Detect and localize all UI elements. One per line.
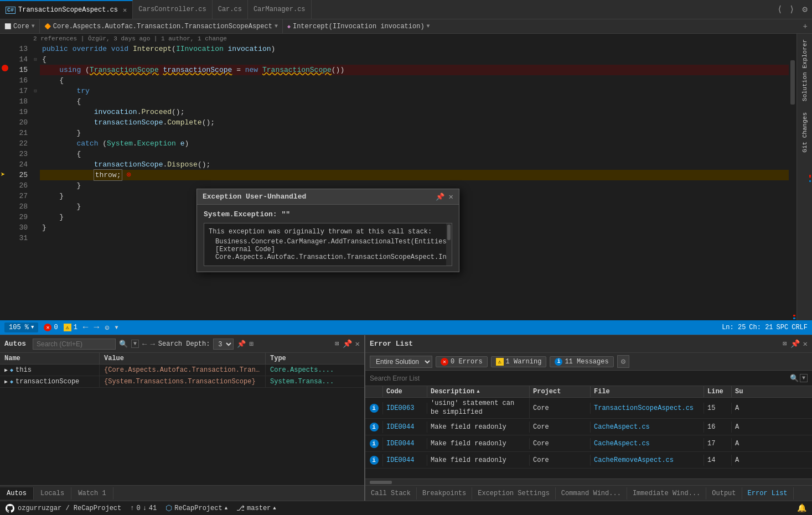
expand-icon[interactable]: ⊞ [249, 340, 254, 348]
tab-car[interactable]: Car.cs [213, 0, 248, 19]
info-icon-1: i [370, 423, 379, 431]
github-repo-link[interactable]: ozgurruzgar / ReCapProject [6, 504, 121, 513]
notification-bell[interactable]: 🔔 [797, 503, 806, 513]
push-pull-info[interactable]: ↑ 0 ↓ 41 [130, 504, 157, 512]
tab-locals[interactable]: Locals [34, 487, 71, 500]
error-row-3[interactable]: i IDE0044 Make field readonly Core Cache… [365, 452, 812, 469]
etd-file-3[interactable]: CacheRemoveAspect.cs [591, 455, 704, 466]
errors-filter-btn[interactable]: ✕ 0 Errors [436, 356, 488, 367]
eth-icon [365, 386, 383, 397]
etd-file-0[interactable]: TransactionScopeAspect.cs [591, 403, 704, 414]
breadcrumb-project[interactable]: ⬜ Core ▼ [0, 19, 40, 33]
autos-row-0[interactable]: ▶ ◆ this {Core.Aspects.Autofac.Transacti… [0, 365, 364, 376]
error-list-close[interactable]: ✕ [803, 339, 808, 348]
zoom-dropdown-icon: ▼ [31, 325, 34, 330]
autos-row-1[interactable]: ▶ ◆ transactionScope {System.Transaction… [0, 376, 364, 388]
tab-carmanager[interactable]: CarManager.cs [248, 0, 312, 19]
search-depth-select[interactable]: 3 [213, 339, 234, 350]
branch-icon: ⎇ [236, 504, 245, 513]
build-filter-btn[interactable]: ⚙ [617, 355, 629, 368]
nav-back-btn[interactable]: ← [83, 322, 89, 332]
nav-forward-btn[interactable]: → [94, 322, 99, 332]
tab-breakpoints[interactable]: Breakpoints [417, 487, 472, 500]
exception-pin-btn[interactable]: 📌 [436, 193, 444, 201]
tab-callstack[interactable]: Call Stack [365, 487, 417, 500]
warnings-filter-btn[interactable]: ⚠ 1 Warning [491, 356, 547, 367]
etd-code-1[interactable]: IDE0044 [383, 422, 427, 433]
eth-description[interactable]: Description ▲ [427, 386, 530, 397]
breakpoint-dropdown-icon[interactable]: ▼ [115, 325, 118, 331]
error-list-pin[interactable]: 📌 [790, 339, 800, 348]
branch-info[interactable]: ⎇ master ▲ [236, 504, 276, 513]
tab-close-transactionscope[interactable]: ✕ [123, 6, 127, 14]
expand-editor-btn[interactable]: + [799, 22, 812, 31]
breakpoint-icon[interactable]: ⊙ [105, 323, 109, 332]
tab-immediate-window[interactable]: Immediate Wind... [627, 487, 706, 500]
eth-code[interactable]: Code [383, 386, 427, 397]
tab-exception-settings[interactable]: Exception Settings [472, 487, 556, 500]
error-search-icon[interactable]: 🔍 [790, 374, 799, 383]
error-search-input[interactable] [370, 374, 790, 382]
autos-search-input[interactable] [33, 339, 116, 350]
solution-icon: ⬡ [165, 503, 172, 513]
collapse-gutter: ⊟ ⊟ [31, 44, 40, 320]
code-container[interactable]: ➤ 13 14 15 16 17 18 19 20 21 22 23 24 25… [0, 44, 797, 320]
code-lines[interactable]: public override void Intercept(IInvocati… [40, 44, 789, 320]
solution-explorer-label[interactable]: Solution Explorer [799, 34, 810, 107]
breadcrumb-method[interactable]: ◆ Intercept(IInvocation invocation) ▼ [283, 19, 435, 33]
tab-nav-prev[interactable]: ⟨ [774, 0, 786, 19]
error-search-dropdown[interactable]: ▼ [800, 374, 808, 382]
etd-code-2[interactable]: IDE0044 [383, 438, 427, 449]
editor-scrollbar[interactable] [789, 44, 797, 320]
exception-scrollbar[interactable] [446, 223, 452, 266]
breadcrumb-ns-dropdown-icon: ▼ [275, 23, 278, 29]
nav-back-autos[interactable]: ← [142, 340, 147, 348]
scrollbar-thumb[interactable] [790, 60, 795, 105]
expand-arrow-1[interactable]: ▶ [4, 378, 8, 385]
etd-code-3[interactable]: IDE0044 [383, 455, 427, 466]
autos-title: Autos [4, 340, 26, 348]
pin-icon[interactable]: 📌 [237, 340, 246, 348]
tab-nav-next[interactable]: ⟩ [786, 0, 798, 19]
tab-carscontroller[interactable]: CarsController.cs [133, 0, 212, 19]
git-changes-label[interactable]: Git Changes [799, 107, 810, 158]
search-dropdown-icon[interactable]: ▼ [131, 340, 139, 348]
error-hscrollbar[interactable] [365, 478, 812, 485]
autos-panel-pin[interactable]: 📌 [343, 339, 352, 348]
eth-project[interactable]: Project [530, 386, 591, 397]
autos-panel-close[interactable]: ✕ [355, 339, 360, 348]
etd-icon-2: i [365, 438, 383, 450]
breadcrumb-namespace[interactable]: 🔶 Core.Aspects.Autofac.Transaction.Trans… [40, 19, 283, 33]
solution-filter-dropdown[interactable]: Entire Solution [370, 356, 432, 368]
eth-line[interactable]: Line [704, 386, 732, 397]
tab-autos[interactable]: Autos [0, 487, 34, 500]
search-icon[interactable]: 🔍 [119, 340, 128, 348]
etd-file-2[interactable]: CacheAspect.cs [591, 438, 704, 449]
expand-arrow-0[interactable]: ▶ [4, 367, 8, 373]
eth-sup[interactable]: Su [732, 386, 748, 397]
tab-error-list[interactable]: Error List [742, 487, 794, 500]
project-name[interactable]: ⬡ ReCapProject ▲ [165, 503, 227, 513]
exception-close-btn[interactable]: ✕ [449, 192, 453, 201]
error-row-0[interactable]: i IDE0063 'using' statement can be simpl… [365, 398, 812, 419]
tab-command-window[interactable]: Command Wind... [556, 487, 627, 500]
error-count[interactable]: ✕ 0 [44, 324, 58, 331]
eth-file[interactable]: File [591, 386, 704, 397]
tab-watch1[interactable]: Watch 1 [71, 487, 113, 500]
warning-count[interactable]: ⚠ 1 [64, 324, 77, 331]
exception-message-box: This exception was originally thrown at … [204, 223, 452, 266]
autos-panel-float[interactable]: ⊠ [335, 340, 339, 348]
etd-code-0[interactable]: IDE0063 [383, 403, 427, 414]
settings-icon[interactable]: ⚙ [798, 0, 812, 19]
nav-forward-autos[interactable]: → [150, 340, 154, 348]
tab-output[interactable]: Output [706, 487, 742, 500]
error-row-2[interactable]: i IDE0044 Make field readonly Core Cache… [365, 435, 812, 452]
etd-file-1[interactable]: CacheAspect.cs [591, 422, 704, 433]
messages-filter-btn[interactable]: i 11 Messages [550, 356, 613, 367]
error-row-1[interactable]: i IDE0044 Make field readonly Core Cache… [365, 419, 812, 435]
error-list-float[interactable]: ⊠ [783, 340, 787, 348]
error-count-icon: ✕ [44, 324, 51, 331]
zoom-control[interactable]: 105 % ▼ [4, 322, 38, 332]
tab-transactionscope[interactable]: C# TransactionScopeAspect.cs ✕ [0, 0, 133, 19]
etd-desc-0: 'using' statement can be simplified [427, 398, 530, 418]
